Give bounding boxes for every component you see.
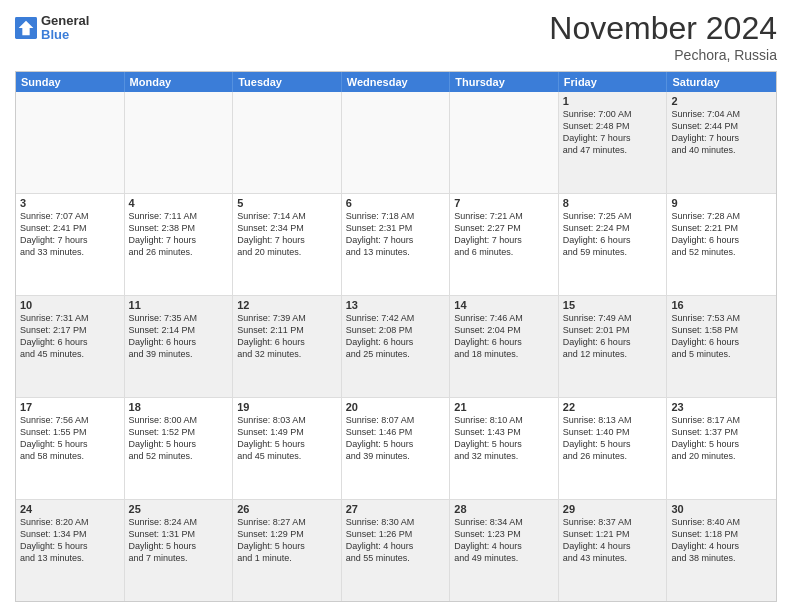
day-number: 23 <box>671 401 772 413</box>
calendar-cell: 29Sunrise: 8:37 AMSunset: 1:21 PMDayligh… <box>559 500 668 601</box>
day-info: Sunrise: 7:07 AMSunset: 2:41 PMDaylight:… <box>20 210 120 259</box>
calendar-cell <box>450 92 559 193</box>
day-info: Sunrise: 8:24 AMSunset: 1:31 PMDaylight:… <box>129 516 229 565</box>
header-cell-thursday: Thursday <box>450 72 559 92</box>
calendar-cell: 15Sunrise: 7:49 AMSunset: 2:01 PMDayligh… <box>559 296 668 397</box>
day-number: 30 <box>671 503 772 515</box>
calendar-row-3: 10Sunrise: 7:31 AMSunset: 2:17 PMDayligh… <box>16 296 776 398</box>
day-info: Sunrise: 8:27 AMSunset: 1:29 PMDaylight:… <box>237 516 337 565</box>
month-title: November 2024 <box>549 10 777 47</box>
day-number: 4 <box>129 197 229 209</box>
calendar: SundayMondayTuesdayWednesdayThursdayFrid… <box>15 71 777 602</box>
day-info: Sunrise: 7:53 AMSunset: 1:58 PMDaylight:… <box>671 312 772 361</box>
calendar-cell: 26Sunrise: 8:27 AMSunset: 1:29 PMDayligh… <box>233 500 342 601</box>
day-info: Sunrise: 7:28 AMSunset: 2:21 PMDaylight:… <box>671 210 772 259</box>
calendar-cell: 5Sunrise: 7:14 AMSunset: 2:34 PMDaylight… <box>233 194 342 295</box>
calendar-cell: 12Sunrise: 7:39 AMSunset: 2:11 PMDayligh… <box>233 296 342 397</box>
day-number: 13 <box>346 299 446 311</box>
day-info: Sunrise: 8:03 AMSunset: 1:49 PMDaylight:… <box>237 414 337 463</box>
calendar-cell: 16Sunrise: 7:53 AMSunset: 1:58 PMDayligh… <box>667 296 776 397</box>
day-number: 20 <box>346 401 446 413</box>
calendar-cell: 3Sunrise: 7:07 AMSunset: 2:41 PMDaylight… <box>16 194 125 295</box>
page: General Blue November 2024 Pechora, Russ… <box>0 0 792 612</box>
day-number: 29 <box>563 503 663 515</box>
logo-icon <box>15 17 37 39</box>
logo-general: General <box>41 14 89 28</box>
day-number: 22 <box>563 401 663 413</box>
day-info: Sunrise: 7:49 AMSunset: 2:01 PMDaylight:… <box>563 312 663 361</box>
day-number: 28 <box>454 503 554 515</box>
calendar-body: 1Sunrise: 7:00 AMSunset: 2:48 PMDaylight… <box>16 92 776 601</box>
day-info: Sunrise: 8:17 AMSunset: 1:37 PMDaylight:… <box>671 414 772 463</box>
calendar-row-2: 3Sunrise: 7:07 AMSunset: 2:41 PMDaylight… <box>16 194 776 296</box>
day-info: Sunrise: 7:56 AMSunset: 1:55 PMDaylight:… <box>20 414 120 463</box>
calendar-cell <box>125 92 234 193</box>
calendar-cell: 17Sunrise: 7:56 AMSunset: 1:55 PMDayligh… <box>16 398 125 499</box>
day-info: Sunrise: 7:42 AMSunset: 2:08 PMDaylight:… <box>346 312 446 361</box>
calendar-cell: 18Sunrise: 8:00 AMSunset: 1:52 PMDayligh… <box>125 398 234 499</box>
day-number: 8 <box>563 197 663 209</box>
header-cell-saturday: Saturday <box>667 72 776 92</box>
calendar-cell: 1Sunrise: 7:00 AMSunset: 2:48 PMDaylight… <box>559 92 668 193</box>
logo-text: General Blue <box>41 14 89 43</box>
day-number: 25 <box>129 503 229 515</box>
day-number: 5 <box>237 197 337 209</box>
title-block: November 2024 Pechora, Russia <box>549 10 777 63</box>
day-number: 9 <box>671 197 772 209</box>
day-info: Sunrise: 7:25 AMSunset: 2:24 PMDaylight:… <box>563 210 663 259</box>
calendar-cell: 2Sunrise: 7:04 AMSunset: 2:44 PMDaylight… <box>667 92 776 193</box>
day-number: 12 <box>237 299 337 311</box>
calendar-cell: 21Sunrise: 8:10 AMSunset: 1:43 PMDayligh… <box>450 398 559 499</box>
calendar-cell: 20Sunrise: 8:07 AMSunset: 1:46 PMDayligh… <box>342 398 451 499</box>
calendar-cell <box>16 92 125 193</box>
day-info: Sunrise: 8:07 AMSunset: 1:46 PMDaylight:… <box>346 414 446 463</box>
header-cell-friday: Friday <box>559 72 668 92</box>
calendar-cell <box>233 92 342 193</box>
day-info: Sunrise: 7:39 AMSunset: 2:11 PMDaylight:… <box>237 312 337 361</box>
logo: General Blue <box>15 14 89 43</box>
day-number: 6 <box>346 197 446 209</box>
calendar-cell: 22Sunrise: 8:13 AMSunset: 1:40 PMDayligh… <box>559 398 668 499</box>
day-info: Sunrise: 8:13 AMSunset: 1:40 PMDaylight:… <box>563 414 663 463</box>
day-number: 21 <box>454 401 554 413</box>
day-info: Sunrise: 8:30 AMSunset: 1:26 PMDaylight:… <box>346 516 446 565</box>
day-info: Sunrise: 7:35 AMSunset: 2:14 PMDaylight:… <box>129 312 229 361</box>
header-cell-sunday: Sunday <box>16 72 125 92</box>
calendar-cell: 14Sunrise: 7:46 AMSunset: 2:04 PMDayligh… <box>450 296 559 397</box>
day-info: Sunrise: 8:40 AMSunset: 1:18 PMDaylight:… <box>671 516 772 565</box>
day-info: Sunrise: 8:20 AMSunset: 1:34 PMDaylight:… <box>20 516 120 565</box>
day-info: Sunrise: 7:18 AMSunset: 2:31 PMDaylight:… <box>346 210 446 259</box>
calendar-cell: 19Sunrise: 8:03 AMSunset: 1:49 PMDayligh… <box>233 398 342 499</box>
day-number: 11 <box>129 299 229 311</box>
day-number: 1 <box>563 95 663 107</box>
day-number: 18 <box>129 401 229 413</box>
day-info: Sunrise: 7:31 AMSunset: 2:17 PMDaylight:… <box>20 312 120 361</box>
calendar-row-5: 24Sunrise: 8:20 AMSunset: 1:34 PMDayligh… <box>16 500 776 601</box>
day-info: Sunrise: 8:37 AMSunset: 1:21 PMDaylight:… <box>563 516 663 565</box>
header-cell-monday: Monday <box>125 72 234 92</box>
header-cell-tuesday: Tuesday <box>233 72 342 92</box>
day-number: 27 <box>346 503 446 515</box>
calendar-cell <box>342 92 451 193</box>
calendar-cell: 25Sunrise: 8:24 AMSunset: 1:31 PMDayligh… <box>125 500 234 601</box>
calendar-cell: 7Sunrise: 7:21 AMSunset: 2:27 PMDaylight… <box>450 194 559 295</box>
day-number: 19 <box>237 401 337 413</box>
location: Pechora, Russia <box>549 47 777 63</box>
day-info: Sunrise: 7:14 AMSunset: 2:34 PMDaylight:… <box>237 210 337 259</box>
calendar-cell: 28Sunrise: 8:34 AMSunset: 1:23 PMDayligh… <box>450 500 559 601</box>
day-info: Sunrise: 8:10 AMSunset: 1:43 PMDaylight:… <box>454 414 554 463</box>
logo-blue: Blue <box>41 28 89 42</box>
calendar-cell: 9Sunrise: 7:28 AMSunset: 2:21 PMDaylight… <box>667 194 776 295</box>
calendar-header: SundayMondayTuesdayWednesdayThursdayFrid… <box>16 72 776 92</box>
day-number: 24 <box>20 503 120 515</box>
day-info: Sunrise: 7:21 AMSunset: 2:27 PMDaylight:… <box>454 210 554 259</box>
calendar-cell: 11Sunrise: 7:35 AMSunset: 2:14 PMDayligh… <box>125 296 234 397</box>
day-number: 3 <box>20 197 120 209</box>
day-number: 16 <box>671 299 772 311</box>
calendar-cell: 24Sunrise: 8:20 AMSunset: 1:34 PMDayligh… <box>16 500 125 601</box>
day-number: 10 <box>20 299 120 311</box>
calendar-cell: 27Sunrise: 8:30 AMSunset: 1:26 PMDayligh… <box>342 500 451 601</box>
calendar-cell: 8Sunrise: 7:25 AMSunset: 2:24 PMDaylight… <box>559 194 668 295</box>
header-cell-wednesday: Wednesday <box>342 72 451 92</box>
calendar-cell: 10Sunrise: 7:31 AMSunset: 2:17 PMDayligh… <box>16 296 125 397</box>
